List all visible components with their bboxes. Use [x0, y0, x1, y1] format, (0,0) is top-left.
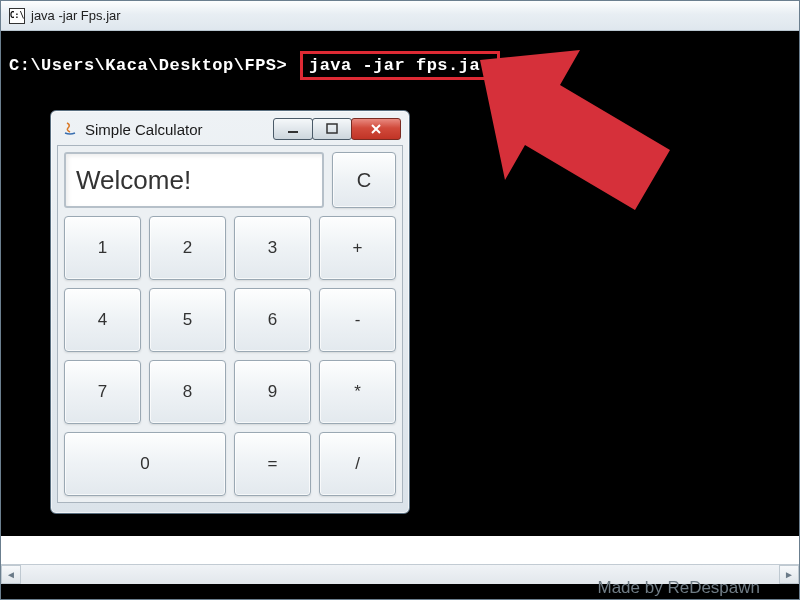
- maximize-button[interactable]: [312, 118, 352, 140]
- svg-rect-2: [327, 124, 337, 133]
- calculator-display: Welcome!: [64, 152, 324, 208]
- java-icon: [61, 120, 79, 138]
- svg-rect-1: [288, 131, 298, 133]
- digit-1-button[interactable]: 1: [64, 216, 141, 280]
- console-command: java -jar fps.jar: [309, 56, 491, 75]
- minus-button[interactable]: -: [319, 288, 396, 352]
- equals-button[interactable]: =: [234, 432, 311, 496]
- cmd-icon: C:\: [9, 8, 25, 24]
- clear-button[interactable]: C: [332, 152, 396, 208]
- calculator-title: Simple Calculator: [85, 121, 203, 138]
- multiply-button[interactable]: *: [319, 360, 396, 424]
- plus-button[interactable]: +: [319, 216, 396, 280]
- digit-9-button[interactable]: 9: [234, 360, 311, 424]
- close-icon: [370, 123, 382, 135]
- console-prompt: C:\Users\Kaca\Desktop\FPS>: [9, 56, 287, 75]
- digit-3-button[interactable]: 3: [234, 216, 311, 280]
- calculator-keypad: 1 2 3 + 4 5 6 - 7 8 9 * 0 = /: [64, 216, 396, 496]
- divide-button[interactable]: /: [319, 432, 396, 496]
- scroll-right-button[interactable]: ►: [779, 565, 799, 584]
- minimize-icon: [287, 123, 299, 135]
- credit-text: Made by ReDespawn: [597, 578, 760, 598]
- calculator-panel: Welcome! C 1 2 3 + 4 5 6 - 7 8 9 * 0 = /: [57, 145, 403, 503]
- digit-2-button[interactable]: 2: [149, 216, 226, 280]
- close-button[interactable]: [351, 118, 401, 140]
- digit-4-button[interactable]: 4: [64, 288, 141, 352]
- calculator-window: Simple Calculator Welcome! C 1 2 3 + 4 5…: [50, 110, 410, 514]
- console-titlebar[interactable]: C:\ java -jar Fps.jar: [1, 1, 799, 31]
- window-controls: [274, 118, 401, 140]
- maximize-icon: [326, 123, 338, 135]
- digit-5-button[interactable]: 5: [149, 288, 226, 352]
- calculator-titlebar[interactable]: Simple Calculator: [57, 117, 403, 145]
- minimize-button[interactable]: [273, 118, 313, 140]
- scroll-left-button[interactable]: ◄: [1, 565, 21, 584]
- digit-7-button[interactable]: 7: [64, 360, 141, 424]
- digit-8-button[interactable]: 8: [149, 360, 226, 424]
- console-command-highlight: java -jar fps.jar: [300, 51, 500, 80]
- console-title: java -jar Fps.jar: [31, 8, 121, 23]
- digit-6-button[interactable]: 6: [234, 288, 311, 352]
- digit-0-button[interactable]: 0: [64, 432, 226, 496]
